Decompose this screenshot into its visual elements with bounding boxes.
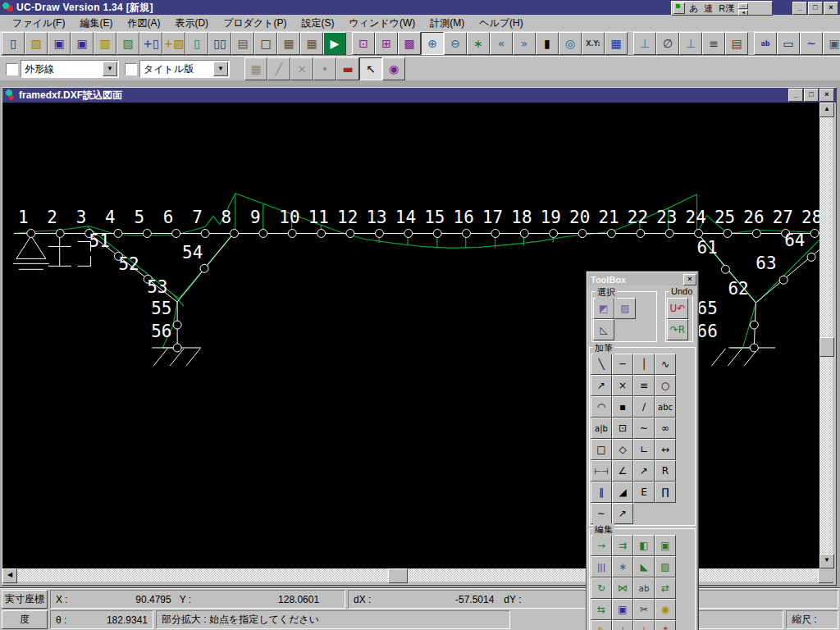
snap-intersection-button[interactable]: × xyxy=(290,57,313,80)
draw-spline-button[interactable]: ~ xyxy=(633,418,655,439)
ime-mode-renbun[interactable]: 連 xyxy=(702,2,714,14)
scroll-up-icon[interactable]: ▲ xyxy=(819,103,834,117)
draw-vline-button[interactable]: │ xyxy=(633,354,655,375)
draw-polyline-button[interactable]: ∿ xyxy=(655,354,676,375)
draw-polygon-button[interactable]: ◇ xyxy=(612,439,633,460)
copy-button[interactable]: ⇉ xyxy=(612,535,633,556)
new-drawing-button[interactable]: ▯ xyxy=(2,32,25,55)
ime-toolbar[interactable]: あ 連 R漢 –◂ xyxy=(671,1,773,16)
open-product-button[interactable]: +▨ xyxy=(162,32,185,55)
draw-flag-button[interactable]: ↗ xyxy=(612,503,633,524)
layer2-checkbox[interactable] xyxy=(125,63,137,75)
minimize-button[interactable]: _ xyxy=(792,2,807,15)
move-object-button[interactable]: ◧ xyxy=(633,535,655,556)
array-button[interactable]: ||| xyxy=(591,556,612,578)
copy-drawing-button[interactable]: ▯▯ xyxy=(208,32,231,55)
bolt-tool-button[interactable]: ∅ xyxy=(656,32,679,55)
cut-parts-button[interactable]: ✂ xyxy=(633,599,655,620)
paint-attributes-button[interactable]: ✎ xyxy=(591,620,612,630)
maximize-button[interactable]: □ xyxy=(808,2,823,15)
save-drawing-button[interactable]: ▣ xyxy=(48,32,71,55)
mirror-button[interactable]: ⋈ xyxy=(612,578,633,599)
dim-chain-button[interactable]: ⊢⊣ xyxy=(591,460,612,482)
view-previous-button[interactable]: « xyxy=(490,32,513,55)
screen-settings-button[interactable]: ▭ xyxy=(777,32,800,55)
toolbox-title-bar[interactable]: ToolBox × xyxy=(588,273,696,285)
horizontal-scroll-thumb[interactable] xyxy=(388,568,408,583)
move-button[interactable]: → xyxy=(591,535,612,556)
pier-shape-button[interactable]: ⊥ xyxy=(633,32,656,55)
magnifier-window-button[interactable]: ◎ xyxy=(559,32,582,55)
snap-line-button[interactable]: ╱ xyxy=(267,57,290,80)
zoom-out-button[interactable]: ⊖ xyxy=(444,32,467,55)
menu-item-6[interactable]: ウィンドウ(W) xyxy=(342,15,423,32)
drawing-table-button[interactable]: ▦ xyxy=(605,32,628,55)
toolbox-close-icon[interactable]: × xyxy=(683,274,696,285)
scroll-down-icon[interactable]: ▼ xyxy=(819,554,834,568)
draw-pulse-button[interactable]: ∏ xyxy=(655,482,676,503)
select-copy-button[interactable]: ▨ xyxy=(614,298,636,319)
text-width-settings-button[interactable]: ab xyxy=(754,32,777,55)
doc-maximize-button[interactable]: □ xyxy=(804,89,819,102)
copy-attributes-button[interactable]: ◉ xyxy=(655,599,676,620)
doc-minimize-button[interactable]: _ xyxy=(788,89,803,102)
curve-settings-button[interactable]: ~ xyxy=(800,32,823,55)
pan-view-button[interactable]: ▩ xyxy=(398,32,421,55)
dim-horizontal-button[interactable]: ↔ xyxy=(655,439,676,460)
draw-rect-button[interactable]: □ xyxy=(591,439,612,460)
print-button[interactable]: ▤ xyxy=(231,32,254,55)
pier-tool-green-button[interactable]: ▶ xyxy=(323,32,346,55)
coordinate-display-button[interactable]: X.Y: xyxy=(582,32,605,55)
frame-list-button[interactable]: ≡ xyxy=(702,32,725,55)
menu-item-5[interactable]: 設定(S) xyxy=(294,15,342,32)
recycle-file-button[interactable]: ▯ xyxy=(185,32,208,55)
layer1-combo[interactable]: 外形線 ▼ xyxy=(21,60,119,78)
draw-point-button[interactable]: ▪ xyxy=(612,396,633,418)
snap-grid-button[interactable]: ▦ xyxy=(244,57,267,80)
frame-select-2-button[interactable]: ▦ xyxy=(300,32,323,55)
trim-button[interactable]: ◣ xyxy=(633,556,655,578)
ime-status-icon[interactable] xyxy=(673,2,685,14)
pier-shape-2-button[interactable]: ⊥ xyxy=(679,32,702,55)
draw-textbox-button[interactable]: ⊡ xyxy=(612,418,633,439)
fit-view-button[interactable]: ∗ xyxy=(467,32,490,55)
draw-arrow-button[interactable]: ↗ xyxy=(591,375,612,396)
snap-mode-button[interactable]: ◉ xyxy=(382,57,405,80)
select-arrow-button[interactable]: ↖ xyxy=(359,57,382,80)
rotate-button[interactable]: ↻ xyxy=(591,578,612,599)
dim-leader-button[interactable]: ↗ xyxy=(633,460,655,482)
chevron-down-icon[interactable]: ▼ xyxy=(213,62,228,76)
coordinate-mode-button[interactable]: 実寸座標 xyxy=(2,590,48,609)
dim-radius-button[interactable]: R xyxy=(655,460,676,482)
scroll-left-icon[interactable]: ◀ xyxy=(2,568,17,583)
erase-button[interactable]: ▨ xyxy=(655,556,676,578)
full-screen-button[interactable]: ▮ xyxy=(536,32,559,55)
ime-mini-buttons[interactable]: –◂ xyxy=(738,3,748,13)
select-shape-button[interactable]: ◺ xyxy=(593,319,614,340)
menu-item-7[interactable]: 計測(M) xyxy=(422,15,472,32)
move-dimension-button[interactable]: ⊥ xyxy=(633,620,655,630)
draw-lshape-button[interactable]: ∟ xyxy=(633,439,655,460)
select-move-button[interactable]: ◩ xyxy=(593,298,614,319)
save-parts-button[interactable]: ▣ xyxy=(612,599,633,620)
plotter-button[interactable]: ▤ xyxy=(725,32,748,55)
move-layer-button[interactable]: ↓ xyxy=(612,620,633,630)
draw-curve-button[interactable]: ∞ xyxy=(655,418,676,439)
layer1-checkbox[interactable] xyxy=(6,63,18,75)
draw-arc-button[interactable]: ◠ xyxy=(591,396,612,418)
edit-text-button[interactable]: ab xyxy=(633,578,655,599)
layer2-combo[interactable]: タイトル版 ▼ xyxy=(139,60,230,78)
draw-cross-button[interactable]: × xyxy=(612,375,633,396)
draw-hline-button[interactable]: ─ xyxy=(612,354,633,375)
menu-item-4[interactable]: プロダクト(P) xyxy=(216,15,294,32)
ime-mode-kanji[interactable]: R漢 xyxy=(717,2,736,14)
snap-point-button[interactable]: • xyxy=(313,57,336,80)
menu-item-0[interactable]: ファイル(F) xyxy=(5,15,72,32)
frame-select-1-button[interactable]: ▦ xyxy=(277,32,300,55)
draw-point-line-button[interactable]: ∕ xyxy=(633,396,655,418)
view-next-button[interactable]: » xyxy=(513,32,536,55)
vertical-scrollbar[interactable]: ▲ ▼ xyxy=(819,103,833,568)
vertical-scroll-thumb[interactable] xyxy=(819,337,834,357)
menu-item-2[interactable]: 作図(A) xyxy=(120,15,167,32)
delete-drawing-button[interactable]: ▧ xyxy=(116,32,139,55)
